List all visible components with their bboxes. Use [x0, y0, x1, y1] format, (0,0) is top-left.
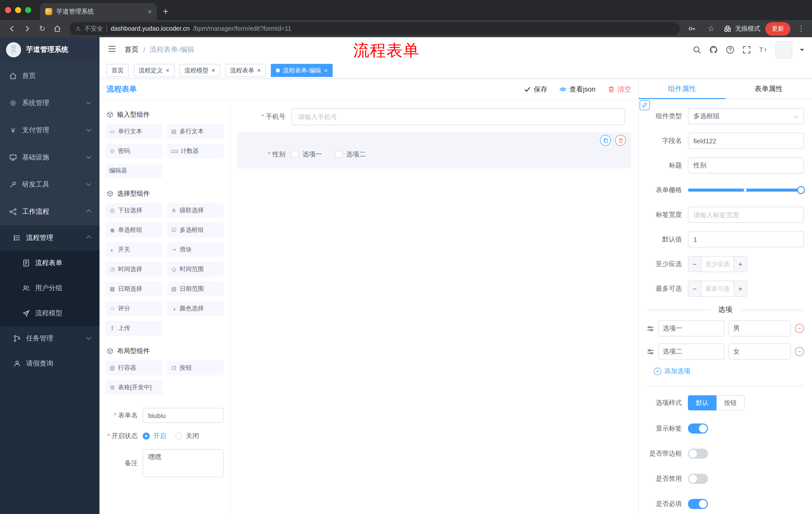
option-2-label-input[interactable] [658, 344, 725, 360]
form-canvas[interactable]: 手机号 [230, 100, 638, 514]
title-input[interactable] [688, 157, 804, 173]
max-select-value[interactable]: 最多可选 [701, 281, 734, 296]
canvas-field-phone[interactable]: 手机号 [237, 107, 631, 126]
option-1-value-input[interactable] [729, 320, 791, 336]
github-link[interactable] [709, 45, 718, 54]
tag-close-icon[interactable]: × [257, 67, 261, 74]
help-button[interactable] [726, 45, 735, 54]
style-button-button[interactable]: 按钮 [717, 395, 745, 410]
remark-textarea[interactable]: 嘿嘿 [143, 449, 224, 477]
tag-close-icon[interactable]: × [211, 67, 215, 74]
tab-close-icon[interactable]: × [148, 7, 152, 16]
palette-item-editor[interactable]: 编辑器 [106, 163, 162, 178]
user-avatar[interactable] [775, 41, 792, 58]
browser-tab[interactable]: 芋道管理系统 × [40, 3, 157, 20]
sidebar-item-leave-query[interactable]: 请假查询 [0, 351, 99, 376]
palette-item-color-picker[interactable]: ◑颜色选择 [167, 301, 224, 316]
drag-handle-icon[interactable] [647, 325, 654, 332]
default-value-input[interactable] [688, 231, 804, 247]
form-name-input[interactable] [143, 408, 224, 423]
bookmark-star-button[interactable]: ☆ [704, 22, 718, 36]
palette-item-single-line-text[interactable]: ▭单行文本 [106, 124, 162, 139]
grid-slider[interactable] [688, 182, 804, 198]
palette-item-time-picker[interactable]: ◷时间选择 [106, 262, 162, 277]
status-radio-on[interactable]: 开启 [143, 432, 166, 440]
sidebar-item-system[interactable]: 系统管理 [0, 89, 99, 117]
tag-process-form-edit[interactable]: 流程表单-编辑 × [271, 64, 332, 77]
phone-input[interactable] [291, 108, 625, 125]
add-option-button[interactable]: + 添加选项 [654, 367, 804, 376]
required-switch[interactable] [688, 499, 708, 509]
new-tab-button[interactable]: + [163, 6, 168, 17]
browser-menu-icon[interactable]: ⋮ [795, 24, 807, 33]
drag-handle-icon[interactable] [647, 348, 654, 355]
status-radio-off[interactable]: 关闭 [175, 432, 199, 440]
palette-item-upload[interactable]: ↥上传 [106, 321, 162, 335]
sidebar-item-process-model[interactable]: 流程模型 [0, 301, 99, 326]
window-zoom-button[interactable] [25, 7, 31, 13]
tag-home[interactable]: 首页 [107, 64, 128, 77]
font-size-button[interactable]: TT [759, 45, 768, 54]
palette-item-slider[interactable]: ⊸滑块 [167, 242, 224, 257]
palette-item-select[interactable]: ◎下拉选择 [106, 203, 162, 218]
min-select-value[interactable]: 至少应选 [701, 256, 734, 272]
gender-option-1-checkbox[interactable]: 选项一 [291, 150, 322, 159]
disabled-switch[interactable] [688, 474, 708, 484]
sidebar-item-devtools[interactable]: 研发工具 [0, 171, 99, 198]
palette-item-rate[interactable]: ☆评分 [106, 301, 162, 316]
slider-handle[interactable] [797, 186, 805, 194]
decrease-button[interactable]: − [688, 281, 701, 296]
palette-item-password[interactable]: ⊙密码 [106, 144, 162, 158]
palette-item-checkbox-group[interactable]: ☑多选框组 [167, 223, 224, 237]
show-label-switch[interactable] [688, 424, 708, 434]
link-drawer-button[interactable] [640, 100, 650, 110]
browser-update-button[interactable]: 更新 [765, 22, 790, 35]
breadcrumb-home[interactable]: 首页 [125, 45, 139, 54]
password-key-button[interactable] [685, 22, 699, 36]
increase-button[interactable]: + [734, 281, 747, 296]
tag-process-form[interactable]: 流程表单 × [225, 64, 266, 77]
browser-home-button[interactable] [50, 22, 64, 36]
tab-form-props[interactable]: 表单属性 [725, 79, 812, 99]
field-name-input[interactable] [688, 133, 804, 149]
style-default-button[interactable]: 默认 [688, 395, 717, 410]
palette-item-row-container[interactable]: ▥行容器 [106, 360, 162, 375]
palette-item-date-picker[interactable]: ▦日期选择 [106, 282, 162, 296]
copy-component-button[interactable] [600, 135, 611, 146]
sidebar-item-payment[interactable]: ¥ 支付管理 [0, 117, 99, 144]
window-close-button[interactable] [5, 7, 11, 13]
tag-close-icon[interactable]: × [324, 67, 328, 74]
decrease-button[interactable]: − [688, 256, 701, 272]
sidebar-item-user-group[interactable]: 用户分组 [0, 276, 99, 301]
palette-item-switch[interactable]: ◐开关 [106, 242, 162, 257]
increase-button[interactable]: + [734, 256, 747, 272]
reload-button[interactable]: ↻ [35, 22, 49, 36]
save-button[interactable]: 保存 [524, 85, 547, 94]
app-logo[interactable]: 芋道管理系统 [0, 37, 99, 62]
delete-component-button[interactable] [615, 135, 626, 146]
sidebar-item-process-form[interactable]: 流程表单 [0, 250, 99, 276]
sidebar-item-process-management[interactable]: 流程管理 [0, 225, 99, 250]
window-minimize-button[interactable] [15, 7, 21, 13]
header-search-button[interactable] [692, 45, 701, 54]
component-type-select[interactable]: 多选框组 [688, 108, 804, 124]
back-button[interactable] [5, 22, 19, 36]
clear-button[interactable]: 清空 [608, 85, 631, 94]
url-bar[interactable]: ⚠ 不安全 dashboard.yudao.iocoder.cn /bpm/ma… [69, 22, 680, 35]
palette-item-date-range[interactable]: ▧日期范围 [167, 282, 224, 296]
remove-option-button[interactable]: − [795, 324, 804, 333]
sidebar-item-task-management[interactable]: 任务管理 [0, 326, 99, 351]
tag-process-definition[interactable]: 流程定义 × [134, 64, 174, 77]
sidebar-item-workflow[interactable]: 工作流程 [0, 198, 99, 225]
palette-item-radio-group[interactable]: ◉单选框组 [106, 223, 162, 237]
gender-option-2-checkbox[interactable]: 选项二 [335, 150, 366, 159]
palette-item-counter[interactable]: 123计数器 [167, 144, 224, 158]
palette-item-multi-line-text[interactable]: ▤多行文本 [167, 124, 224, 139]
tag-process-model[interactable]: 流程模型 × [179, 64, 220, 77]
sidebar-toggle-button[interactable] [108, 44, 117, 55]
avatar-caret-down-icon[interactable] [800, 49, 804, 53]
label-width-input[interactable] [688, 207, 804, 223]
option-2-value-input[interactable] [729, 344, 791, 360]
sidebar-item-infrastructure[interactable]: 基础设施 [0, 144, 99, 171]
sidebar-item-home[interactable]: 首页 [0, 62, 99, 89]
